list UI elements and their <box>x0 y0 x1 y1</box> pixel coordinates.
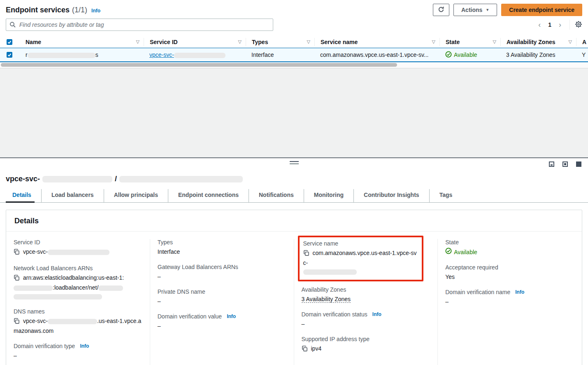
service-name-highlight-box: Service name com.amazonaws.vpce.us-east-… <box>298 236 424 281</box>
panel-position-center-icon[interactable] <box>562 161 568 167</box>
table-row[interactable]: rs vpce-svc- Interface com.amazonaws.vpc… <box>0 48 588 62</box>
tab-notifications[interactable]: Notifications <box>249 189 304 202</box>
filter-caret-icon[interactable]: ▽ <box>432 39 435 44</box>
redacted-text <box>14 285 53 291</box>
previous-page-icon[interactable]: ‹ <box>535 20 544 29</box>
check-circle-icon <box>445 248 452 257</box>
page-title-text: Endpoint services <box>6 6 70 14</box>
state-badge: Available <box>454 51 477 58</box>
field-nlb-arns: Network Load Balancers ARNs arn:aws:elas… <box>14 265 142 301</box>
create-endpoint-service-button[interactable]: Create endpoint service <box>501 4 582 16</box>
details-heading: Details <box>14 217 574 225</box>
tab-monitoring[interactable]: Monitoring <box>304 189 353 202</box>
check-circle-icon <box>445 51 452 59</box>
field-domain-verification-name: Domain verification nameInfo – <box>445 289 574 306</box>
state-badge: Available <box>454 248 477 257</box>
field-service-id: Service ID vpce-svc- <box>14 239 142 257</box>
info-link[interactable]: Info <box>227 314 236 319</box>
filter-caret-icon[interactable]: ▽ <box>136 39 139 44</box>
copy-icon[interactable] <box>14 318 20 327</box>
scrollbar-thumb[interactable] <box>1 63 397 67</box>
next-page-icon[interactable]: › <box>555 20 565 29</box>
tab-allow-principals[interactable]: Allow principals <box>104 189 168 202</box>
preferences-button[interactable] <box>575 21 582 29</box>
refresh-button[interactable] <box>433 4 449 16</box>
info-link[interactable]: Info <box>80 343 89 349</box>
panel-position-full-icon[interactable] <box>576 161 581 167</box>
panel-position-bottom-icon[interactable] <box>549 161 554 167</box>
redacted-text <box>28 53 95 58</box>
vpc-endpoint-services-page: Endpoint services (1/1) Info Actions ▼ C… <box>0 0 588 365</box>
select-all-checkbox[interactable] <box>7 39 12 45</box>
page-number[interactable]: 1 <box>546 21 554 28</box>
tab-details[interactable]: Details <box>6 189 41 202</box>
column-header-state[interactable]: State▽ <box>439 38 500 46</box>
pagination: ‹ 1 › <box>535 20 582 30</box>
details-column-2: Types Interface Gateway Load Balancers A… <box>150 239 294 365</box>
info-link[interactable]: Info <box>372 311 381 317</box>
field-domain-verification-type: Domain verification typeInfo – <box>14 343 142 360</box>
availability-zones-popover[interactable]: 3 Availability Zones <box>302 296 351 303</box>
column-header-name[interactable]: Name▽ <box>20 38 144 46</box>
filter-caret-icon[interactable]: ▽ <box>238 39 242 44</box>
content-background <box>0 68 588 157</box>
actions-button[interactable]: Actions ▼ <box>453 4 497 16</box>
cell-service-id: vpce-svc- <box>144 51 246 58</box>
redacted-text <box>174 53 225 58</box>
search-box <box>6 19 273 31</box>
field-domain-verification-value: Domain verification valueInfo – <box>158 313 286 330</box>
cell-types: Interface <box>246 51 314 58</box>
refresh-icon <box>438 6 444 14</box>
availability-zones-popover[interactable]: 3 Availability Zones <box>506 51 555 58</box>
filter-caret-icon[interactable]: ▽ <box>493 39 496 44</box>
copy-icon[interactable] <box>14 275 20 283</box>
table-header-row: Name▽ Service ID▽ Types▽ Service name▽ S… <box>0 36 588 48</box>
field-private-dns-name: Private DNS name – <box>158 288 286 306</box>
cell-service-name: com.amazonaws.vpce.us-east-1.vpce-sv... <box>314 51 439 58</box>
field-glb-arns: Gateway Load Balancers ARNs – <box>158 264 286 281</box>
resource-count: (1/1) <box>72 6 87 14</box>
redacted-text <box>303 269 357 275</box>
tab-bar: Details Load balancers Allow principals … <box>0 189 588 203</box>
row-checkbox[interactable] <box>7 52 12 58</box>
gear-icon <box>575 21 582 29</box>
tab-load-balancers[interactable]: Load balancers <box>41 189 104 202</box>
copy-icon[interactable] <box>302 346 308 354</box>
info-link[interactable]: Info <box>91 8 100 14</box>
service-id-link[interactable]: vpce-svc- <box>149 51 225 58</box>
cell-availability-zones: 3 Availability Zones <box>500 51 576 58</box>
field-dns-names: DNS names vpce-svc-.us-east-1.vpce.amazo… <box>14 308 142 335</box>
actions-button-label: Actions <box>461 7 482 13</box>
copy-icon[interactable] <box>14 249 20 257</box>
filter-caret-icon[interactable]: ▽ <box>307 39 310 44</box>
column-header-truncated[interactable]: A <box>576 38 588 46</box>
cell-truncated: Y <box>576 51 588 58</box>
filter-caret-icon[interactable]: ▽ <box>569 39 572 44</box>
column-header-types[interactable]: Types▽ <box>246 38 314 46</box>
details-column-4: State Available Acceptance required <box>438 239 582 365</box>
redacted-text <box>48 250 109 255</box>
page-title: Endpoint services (1/1) Info <box>6 6 100 14</box>
tab-tags[interactable]: Tags <box>429 189 462 202</box>
column-header-service-id[interactable]: Service ID▽ <box>144 38 246 46</box>
horizontal-scrollbar <box>0 62 588 68</box>
endpoint-services-list-section: Endpoint services (1/1) Info Actions ▼ C… <box>0 0 588 68</box>
column-header-availability-zones[interactable]: Availability Zones▽ <box>500 38 576 46</box>
cell-name: rs <box>20 51 144 58</box>
tab-endpoint-connections[interactable]: Endpoint connections <box>168 189 249 202</box>
copy-icon[interactable] <box>303 250 309 259</box>
column-header-service-name[interactable]: Service name▽ <box>314 38 439 46</box>
divider <box>569 20 570 30</box>
details-card: Details Service ID vpce-svc- Network Loa… <box>6 210 582 365</box>
field-acceptance-required: Acceptance required Yes <box>445 264 574 281</box>
tab-contributor-insights[interactable]: Contributor Insights <box>353 189 429 202</box>
search-input[interactable] <box>6 19 273 31</box>
redacted-text <box>14 294 102 299</box>
search-icon <box>9 21 16 29</box>
redacted-text <box>98 285 123 291</box>
split-panel-drag-handle[interactable] <box>290 161 299 164</box>
details-column-1: Service ID vpce-svc- Network Load Balanc… <box>6 239 150 365</box>
field-service-name: Service name com.amazonaws.vpce.us-east-… <box>303 240 418 276</box>
info-link[interactable]: Info <box>515 289 524 295</box>
panel-title: vpce-svc- / <box>0 169 588 183</box>
